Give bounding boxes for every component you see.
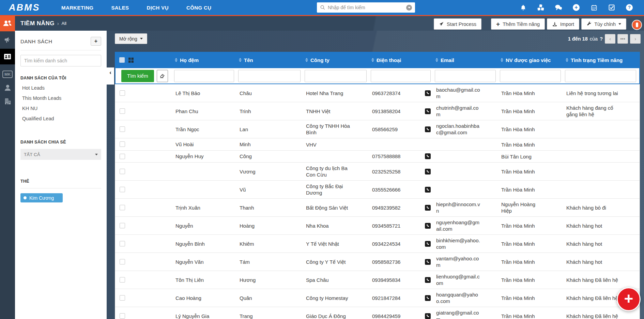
calendar-icon[interactable] (590, 4, 598, 11)
add-fab[interactable]: + (617, 287, 641, 311)
table-row[interactable]: Nguyễn Huy Công 0757588888 Bùi Tân Long (115, 151, 640, 163)
filter-ten-input[interactable] (238, 70, 301, 82)
phone-icon[interactable] (425, 205, 431, 211)
nav-item-sales[interactable]: SALES (111, 5, 129, 11)
col-header-dien-thoai[interactable]: Điện thoại (369, 57, 433, 63)
row-checkbox[interactable] (120, 277, 125, 283)
sidebar-collapse-handle[interactable]: ‹ (107, 67, 114, 85)
app-logo[interactable]: ABMS (9, 2, 50, 13)
filter-ho-dem-input[interactable] (174, 70, 234, 82)
add-lead-button[interactable]: + Thêm Tiềm năng (491, 18, 545, 30)
search-scope-icon[interactable] (406, 5, 412, 11)
table-row[interactable]: Trịnh Xuân Thanh Bất Động Sản Việt 09492… (115, 199, 640, 217)
table-row[interactable]: Vương Công ty du lịch Ba Con Cừu 0232525… (115, 163, 640, 181)
customize-button[interactable]: Tùy chỉnh (581, 18, 626, 30)
nav-item-dich-vu[interactable]: DỊCH VỤ (147, 5, 168, 11)
table-row[interactable]: Vũ Hoài Minh VHV Trần Hòa Minh (115, 138, 640, 151)
list-search-input[interactable] (20, 55, 101, 66)
mk-badge-icon[interactable]: MK (2, 71, 13, 78)
shared-lists-select[interactable]: TẤT CẢ (20, 149, 101, 160)
filter-cong-ty-input[interactable] (305, 70, 367, 82)
col-header-cong-ty[interactable]: Công ty (303, 57, 369, 63)
table-row[interactable]: Nguyễn Văn Tám Công ty Y Tế Việt 0958582… (115, 253, 640, 271)
companies-icon[interactable] (4, 97, 12, 105)
col-header-email[interactable]: Email (433, 57, 498, 63)
tag-kim-cuong[interactable]: Kim Cương (20, 193, 63, 202)
phone-icon[interactable] (425, 277, 431, 283)
table-row[interactable]: Lý Nguyễn Gia Trang Giáo Dục Á Đông 0984… (115, 307, 640, 319)
row-checkbox[interactable] (120, 126, 125, 132)
clear-filters-button[interactable] (157, 70, 168, 82)
prev-page-button[interactable]: ‹ (605, 34, 615, 44)
phone-icon[interactable] (425, 169, 431, 174)
table-row[interactable]: Lê Thị Bảo Châu Hotel Nha Trang 09637283… (115, 84, 640, 102)
row-checkbox[interactable] (120, 241, 125, 246)
table-row[interactable]: Tôn Thị Liên Hương Spa Châu 0939495834 l… (115, 271, 640, 289)
sidebar-item-qualified-lead[interactable]: Qualified Lead (20, 113, 101, 124)
phone-icon[interactable] (425, 259, 431, 265)
chat-icon[interactable] (555, 4, 562, 11)
phone-icon[interactable] (425, 313, 431, 319)
phone-icon[interactable] (425, 153, 431, 159)
table-row[interactable]: Trần Ngọc Lan Công ty TNHH Hòa Bình 0585… (115, 120, 640, 138)
col-header-ten[interactable]: Tên (236, 57, 303, 63)
help-icon[interactable]: ? (626, 4, 633, 11)
table-body: Lê Thị Bảo Châu Hotel Nha Trang 09637283… (115, 84, 640, 319)
select-all-checkbox[interactable] (119, 57, 125, 63)
row-checkbox[interactable] (120, 313, 125, 319)
leads-module-icon[interactable] (0, 16, 15, 31)
tasks-icon[interactable] (608, 4, 615, 11)
contacts-icon[interactable] (3, 83, 12, 92)
phone-icon[interactable] (425, 90, 431, 96)
row-checkbox[interactable] (120, 259, 125, 264)
filter-dien-thoai-input[interactable] (371, 70, 431, 82)
table-row[interactable]: Vũ Công ty Bắc Đại Dương 0355526666 Trần… (115, 181, 640, 199)
sidebar-item-kh-nu[interactable]: KH NU (20, 103, 101, 113)
next-page-button[interactable]: › (630, 34, 641, 44)
filter-nv-input[interactable] (500, 70, 561, 82)
megaphone-icon[interactable] (4, 36, 12, 44)
row-checkbox[interactable] (120, 295, 125, 301)
expand-button[interactable]: Mở rộng (115, 33, 147, 44)
table-row[interactable]: Nguyễn Hoàng Nha Khoa 0934585721 nguyenh… (115, 217, 640, 235)
grid-view-icon[interactable] (128, 58, 134, 63)
phone-icon[interactable] (425, 187, 431, 193)
add-list-button[interactable]: + (91, 37, 101, 46)
leads-rail-icon-active[interactable] (0, 49, 15, 64)
col-header-ho-dem[interactable]: Họ đệm (172, 57, 236, 63)
import-button[interactable]: Import (547, 18, 579, 30)
table-row[interactable]: Cao Hoàng Quân Công ty Homestay 09218472… (115, 289, 640, 307)
phone-icon[interactable] (425, 241, 431, 247)
more-pages-button[interactable]: ••• (617, 34, 628, 44)
sidebar-item-hot-leads[interactable]: Hot Leads (20, 83, 101, 93)
phone-icon[interactable] (425, 126, 431, 132)
search-button[interactable]: Tìm kiếm (121, 70, 154, 82)
global-search-input[interactable] (328, 5, 406, 10)
row-checkbox[interactable] (120, 90, 125, 96)
col-header-tinh-trang[interactable]: Tình trạng Tiềm năng (563, 57, 640, 63)
phone-icon[interactable] (425, 223, 431, 229)
sidebar-item-this-month-leads[interactable]: This Month Leads (20, 93, 101, 103)
start-process-button[interactable]: Start Process (434, 18, 481, 30)
table-row[interactable]: Phan Chu Trinh TNHH Việt 0913858204 chut… (115, 102, 640, 120)
row-checkbox[interactable] (120, 141, 125, 147)
nav-item-cong-cu[interactable]: CÔNG CỤ (186, 5, 212, 11)
nav-item-marketing[interactable]: MARKETING (61, 5, 93, 11)
filter-email-input[interactable] (435, 70, 496, 82)
breadcrumb[interactable]: All (62, 21, 66, 26)
row-checkbox[interactable] (120, 187, 125, 192)
phone-icon[interactable] (425, 295, 431, 301)
row-checkbox[interactable] (120, 154, 125, 159)
phone-icon[interactable] (425, 108, 431, 114)
row-checkbox[interactable] (120, 169, 125, 174)
filter-tinh-trang-input[interactable] (565, 70, 636, 82)
quick-add-icon[interactable]: + (572, 4, 580, 11)
row-checkbox[interactable] (120, 108, 125, 114)
table-row[interactable]: Nguyễn Bỉnh Khiêm Y Tế Việt Nhật 0934224… (115, 235, 640, 253)
cubes-icon[interactable] (537, 4, 545, 11)
row-checkbox[interactable] (120, 223, 125, 228)
user-avatar[interactable] (632, 20, 642, 30)
bell-icon[interactable] (519, 4, 527, 11)
col-header-nv-giao-viec[interactable]: NV được giao việc (498, 57, 563, 63)
row-checkbox[interactable] (120, 205, 125, 210)
